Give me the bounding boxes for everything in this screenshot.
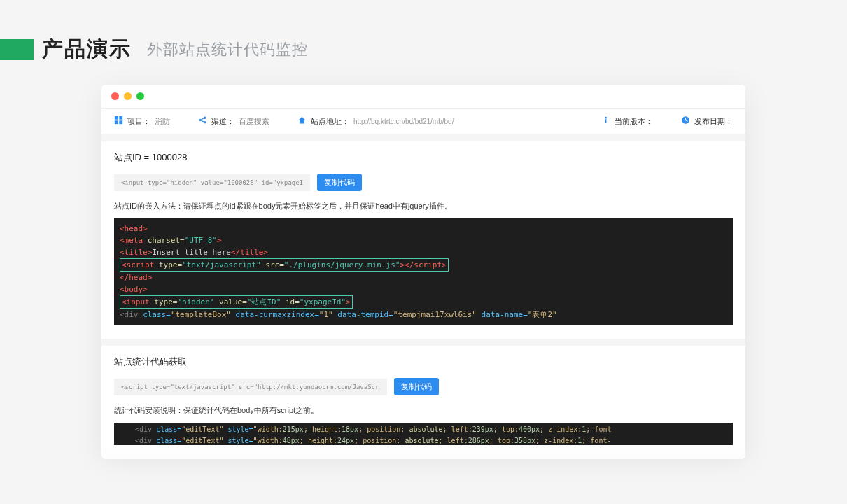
stats-desc: 统计代码安装说明：保证统计代码在body中所有script之前。 (114, 405, 733, 416)
info-icon (601, 115, 610, 127)
site-id-code-input[interactable] (114, 174, 310, 191)
panel-site-id: 站点ID = 1000028 复制代码 站点ID的嵌入方法：请保证埋点的id紧跟… (102, 141, 746, 339)
panel-stats-code: 站点统计代码获取 复制代码 统计代码安装说明：保证统计代码在body中所有scr… (102, 346, 746, 459)
panel-site-id-title: 站点ID = 1000028 (114, 151, 733, 164)
share-icon (198, 115, 207, 127)
address-value: http://bq.ktrtc.cn/bd/bd21/mb/bd/ (354, 118, 454, 125)
svg-rect-2 (115, 120, 118, 124)
home-icon (298, 115, 307, 127)
channel-label: 渠道： (211, 116, 234, 127)
page-subtitle: 外部站点统计代码监控 (147, 39, 308, 60)
window-titlebar (102, 85, 746, 108)
info-version: 当前版本： (601, 115, 653, 127)
copy-site-id-button[interactable]: 复制代码 (317, 174, 362, 191)
clock-icon (681, 115, 690, 127)
info-project: 项目： 消防 (114, 115, 170, 127)
page-header: 产品演示 外部站点统计代码监控 (0, 0, 847, 85)
app-window: 项目： 消防 渠道： 百度搜索 站点地址： http://bq.ktrtc.cn… (102, 85, 746, 459)
minimize-icon[interactable] (124, 92, 132, 100)
svg-rect-1 (119, 116, 122, 120)
site-id-desc: 站点ID的嵌入方法：请保证埋点的id紧跟在body元素开始标签之后，并且保证he… (114, 201, 733, 211)
channel-value: 百度搜索 (239, 116, 270, 127)
grid-icon (114, 115, 123, 127)
svg-point-9 (605, 117, 607, 119)
svg-rect-0 (115, 116, 118, 120)
project-label: 项目： (127, 116, 150, 127)
info-pubdate: 发布日期： (681, 115, 733, 127)
site-id-code-block: <head> <meta charset="UTF-8"> <title>Ins… (114, 218, 733, 325)
copy-stats-button[interactable]: 复制代码 (394, 378, 439, 396)
svg-rect-10 (606, 119, 607, 123)
info-channel: 渠道： 百度搜索 (198, 115, 270, 127)
svg-rect-3 (119, 120, 122, 124)
stats-code-input[interactable] (114, 379, 387, 396)
svg-line-8 (201, 120, 204, 122)
version-label: 当前版本： (615, 116, 653, 127)
maximize-icon[interactable] (136, 92, 144, 100)
address-label: 站点地址： (311, 116, 349, 127)
info-address: 站点地址： http://bq.ktrtc.cn/bd/bd21/mb/bd/ (298, 115, 573, 127)
close-icon[interactable] (111, 92, 119, 100)
pubdate-label: 发布日期： (694, 116, 733, 127)
stats-code-block: <div class="editText" style="width:215px… (114, 423, 733, 445)
svg-line-7 (201, 118, 204, 120)
panel-stats-title: 站点统计代码获取 (114, 356, 733, 368)
project-value: 消防 (155, 116, 170, 127)
page-title: 产品演示 (42, 35, 132, 64)
accent-bar (0, 39, 34, 60)
info-bar: 项目： 消防 渠道： 百度搜索 站点地址： http://bq.ktrtc.cn… (102, 108, 746, 134)
